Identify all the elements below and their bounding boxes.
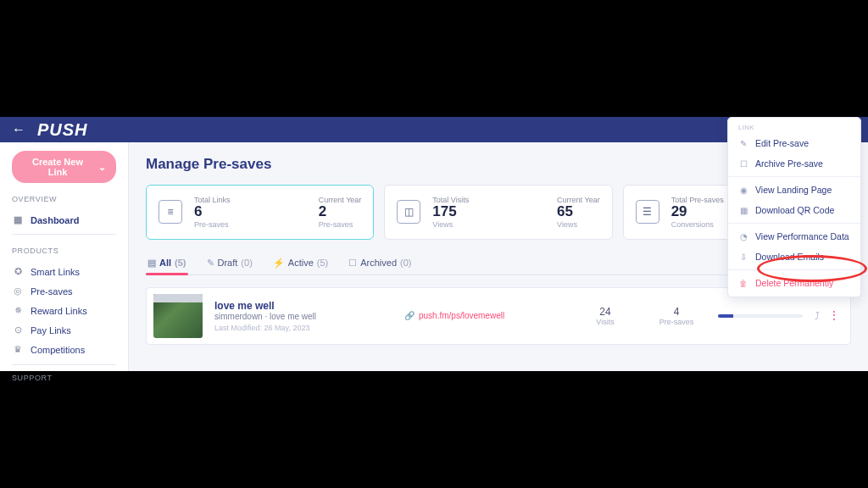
- sidebar-item-label: Smart Links: [31, 267, 80, 277]
- tab-archived[interactable]: ☐ Archived (0): [347, 252, 413, 274]
- logo: PUSH: [37, 120, 88, 140]
- row-title: love me well: [214, 300, 392, 312]
- tab-all[interactable]: ▤ All (5): [146, 252, 188, 274]
- thumbnail: [153, 294, 203, 338]
- link-icon: 🔗: [404, 311, 415, 320]
- draft-icon: ✎: [207, 258, 214, 269]
- menu-item-label: View Performance Data: [755, 231, 849, 241]
- tab-count: (5): [317, 258, 328, 268]
- stat-sublabel: Pre-saves: [194, 220, 231, 229]
- tab-count: (5): [175, 258, 186, 268]
- sidebar-item-label: Dashboard: [31, 215, 79, 225]
- menu-item-label: Archive Pre-save: [755, 158, 823, 169]
- row-visits-label: Visits: [576, 318, 635, 326]
- menu-item-view-performance[interactable]: ◔ View Performance Data: [728, 226, 860, 247]
- stat-sublabel: Views: [557, 220, 600, 229]
- sidebar-item-label: Pre-saves: [31, 286, 73, 297]
- tab-label: All: [159, 258, 171, 268]
- create-new-link-label: Create New Link: [22, 157, 93, 177]
- links-icon: ≡: [159, 200, 182, 224]
- row-link-text: push.fm/ps/lovemewell: [419, 311, 504, 320]
- menu-item-download-emails[interactable]: ⇩ Download Emails: [728, 247, 860, 267]
- trash-icon: 🗑: [738, 279, 748, 288]
- menu-item-label: Download QR Code: [755, 205, 834, 215]
- tab-label: Archived: [360, 258, 397, 268]
- sidebar-item-pre-saves[interactable]: ◎ Pre-saves: [12, 281, 116, 301]
- sidebar-header-support: SUPPORT: [12, 364, 116, 382]
- sidebar-item-label: Pay Links: [31, 325, 71, 336]
- tab-count: (0): [400, 258, 411, 268]
- chart-icon: ◔: [738, 232, 748, 241]
- menu-item-edit[interactable]: ✎ Edit Pre-save: [728, 133, 860, 153]
- sidebar-header-overview: OVERVIEW: [12, 195, 116, 203]
- presave-count-icon: ☰: [636, 200, 659, 224]
- chevron-down-icon: ⌄: [98, 162, 106, 173]
- row-presaves-value: 4: [647, 306, 706, 318]
- sidebar-item-label: Reward Links: [31, 306, 87, 316]
- edit-icon: ✎: [738, 139, 748, 148]
- tab-draft[interactable]: ✎ Draft (0): [205, 252, 254, 274]
- stat-value: 29: [671, 204, 724, 220]
- row-presaves-label: Pre-saves: [647, 318, 706, 326]
- create-new-link-button[interactable]: Create New Link ⌄: [12, 151, 116, 183]
- row-link[interactable]: 🔗 push.fm/ps/lovemewell: [404, 311, 564, 320]
- download-icon: ⇩: [738, 252, 748, 262]
- stat-value: 175: [432, 204, 469, 220]
- sidebar-item-dashboard[interactable]: ▦ Dashboard: [12, 210, 116, 235]
- more-actions-button[interactable]: ⋮: [828, 313, 840, 319]
- sidebar-item-smart-links[interactable]: ✪ Smart Links: [12, 262, 116, 281]
- tab-active[interactable]: ⚡ Active (5): [271, 252, 330, 274]
- archive-icon: ☐: [738, 159, 748, 169]
- eye-icon: ◉: [738, 186, 748, 195]
- sidebar-item-reward-links[interactable]: ✵ Reward Links: [12, 301, 116, 320]
- stat-value: 65: [557, 204, 600, 220]
- visits-icon: ◫: [397, 200, 420, 224]
- pay-icon: ⊙: [12, 324, 24, 336]
- sidebar: Create New Link ⌄ OVERVIEW ▦ Dashboard P…: [0, 142, 129, 371]
- menu-header: LINK: [728, 121, 860, 133]
- bolt-icon: ⚡: [273, 258, 285, 269]
- context-menu: LINK ✎ Edit Pre-save ☐ Archive Pre-save …: [727, 117, 861, 297]
- menu-item-download-qr[interactable]: ▦ Download QR Code: [728, 200, 860, 220]
- tab-count: (0): [241, 258, 252, 268]
- progress-bar: [718, 314, 803, 318]
- row-subtitle: simmerdown · love me well: [214, 312, 392, 321]
- link-icon: ✪: [12, 266, 24, 277]
- menu-item-archive[interactable]: ☐ Archive Pre-save: [728, 153, 860, 174]
- menu-separator: [728, 269, 860, 270]
- row-modified: Last Modified: 26 May, 2023: [214, 324, 392, 332]
- stat-card-total-links[interactable]: ≡ Total Links 6 Pre-saves Current Year 2…: [146, 185, 374, 240]
- sidebar-header-products: PRODUCTS: [12, 247, 116, 255]
- stat-sublabel: Pre-saves: [319, 220, 362, 229]
- menu-separator: [728, 176, 860, 177]
- trophy-icon: ♛: [12, 344, 24, 355]
- sidebar-item-competitions[interactable]: ♛ Competitions: [12, 340, 116, 359]
- menu-separator: [728, 223, 860, 224]
- stat-card-total-visits[interactable]: ◫ Total Visits 175 Views Current Year 65…: [384, 185, 612, 240]
- back-arrow-icon[interactable]: ←: [12, 122, 25, 137]
- row-visits-value: 24: [576, 306, 635, 318]
- tab-label: Draft: [218, 258, 238, 268]
- dashboard-icon: ▦: [12, 214, 24, 225]
- stat-sublabel: Conversions: [671, 220, 724, 229]
- stat-value: 6: [194, 204, 231, 220]
- presave-icon: ◎: [12, 286, 24, 297]
- menu-item-label: Delete Permanently: [755, 278, 833, 288]
- menu-item-label: Edit Pre-save: [755, 138, 809, 148]
- archive-icon: ☐: [348, 258, 357, 269]
- qr-icon: ▦: [738, 206, 748, 215]
- stack-icon: ▤: [147, 258, 156, 269]
- stat-sublabel: Views: [432, 220, 469, 229]
- tab-label: Active: [288, 258, 314, 268]
- menu-item-view-landing[interactable]: ◉ View Landing Page: [728, 180, 860, 200]
- menu-item-label: View Landing Page: [755, 185, 832, 195]
- menu-item-delete[interactable]: 🗑 Delete Permanently: [728, 273, 860, 293]
- reward-icon: ✵: [12, 305, 24, 316]
- share-icon[interactable]: ⤴: [815, 310, 820, 322]
- menu-item-label: Download Emails: [755, 252, 824, 262]
- sidebar-item-pay-links[interactable]: ⊙ Pay Links: [12, 320, 116, 340]
- sidebar-item-label: Competitions: [31, 345, 85, 355]
- stat-value: 2: [319, 204, 362, 220]
